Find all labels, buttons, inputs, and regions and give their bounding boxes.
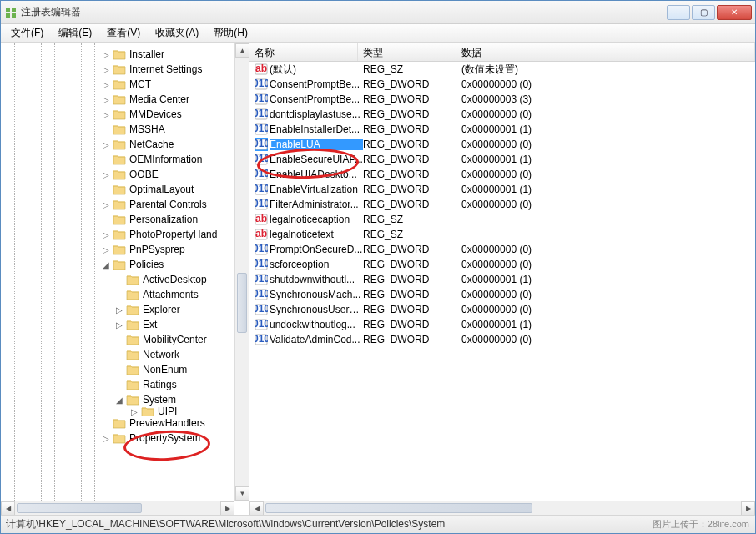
- expand-toggle-icon[interactable]: ▷: [101, 65, 111, 74]
- scroll-thumb[interactable]: [237, 273, 247, 333]
- list-row[interactable]: 010EnableLUAREG_DWORD0x00000000 (0): [249, 137, 755, 152]
- tree-vertical-scrollbar[interactable]: ▲ ▼: [234, 43, 249, 501]
- scroll-track[interactable]: [235, 58, 249, 486]
- expand-toggle-icon[interactable]: ▷: [101, 80, 111, 89]
- list-body[interactable]: ab(默认)REG_SZ(数值未设置)010ConsentPromptBe...…: [249, 62, 755, 515]
- scroll-right-button[interactable]: ▶: [741, 501, 755, 515]
- list-row[interactable]: 010EnableUIADeskto...REG_DWORD0x00000000…: [249, 167, 755, 182]
- expand-toggle-icon[interactable]: ▷: [101, 95, 111, 104]
- tree-item[interactable]: ▷Internet Settings: [101, 62, 249, 77]
- expand-toggle-icon[interactable]: ▷: [101, 230, 111, 239]
- tree-item[interactable]: Ratings: [101, 377, 249, 392]
- list-row[interactable]: 010ConsentPromptBe...REG_DWORD0x00000003…: [249, 92, 755, 107]
- expand-toggle-icon[interactable]: ▷: [101, 200, 111, 209]
- list-row[interactable]: 010EnableVirtualizationREG_DWORD0x000000…: [249, 182, 755, 197]
- menu-help[interactable]: 帮助(H): [207, 24, 255, 42]
- tree-item[interactable]: Attachments: [101, 287, 249, 302]
- titlebar[interactable]: 注册表编辑器 — ▢ ✕: [1, 1, 755, 24]
- scroll-track-h[interactable]: [264, 501, 741, 515]
- tree-item[interactable]: OptimalLayout: [101, 182, 249, 197]
- tree-horizontal-scrollbar[interactable]: ◀ ▶: [1, 501, 234, 515]
- tree-item[interactable]: NonEnum: [101, 362, 249, 377]
- value-data: 0x00000000 (0): [461, 139, 755, 150]
- scroll-down-button[interactable]: ▼: [235, 486, 249, 501]
- tree-item[interactable]: ▷UIPI: [101, 407, 249, 416]
- tree-item[interactable]: Network: [101, 347, 249, 362]
- tree-item[interactable]: ▷OOBE: [101, 167, 249, 182]
- tree-item[interactable]: ◢System: [101, 392, 249, 407]
- expand-toggle-icon[interactable]: ▷: [129, 407, 139, 416]
- tree-item[interactable]: PreviewHandlers: [101, 416, 249, 431]
- list-row[interactable]: 010EnableSecureUIAP...REG_DWORD0x0000000…: [249, 152, 755, 167]
- list-row[interactable]: 010FilterAdministrator...REG_DWORD0x0000…: [249, 197, 755, 212]
- tree-item[interactable]: ▷Ext: [101, 317, 249, 332]
- svg-rect-0: [6, 8, 10, 12]
- expand-toggle-icon[interactable]: ▷: [101, 110, 111, 119]
- scroll-right-button[interactable]: ▶: [220, 501, 234, 515]
- minimize-button[interactable]: —: [667, 5, 690, 20]
- list-row[interactable]: 010shutdownwithoutl...REG_DWORD0x0000000…: [249, 272, 755, 287]
- list-row[interactable]: 010dontdisplaylastuse...REG_DWORD0x00000…: [249, 107, 755, 122]
- expand-toggle-icon[interactable]: ▷: [114, 320, 124, 330]
- list-row[interactable]: 010ConsentPromptBe...REG_DWORD0x00000000…: [249, 77, 755, 92]
- tree-item[interactable]: ◢Policies: [101, 257, 249, 272]
- column-type[interactable]: 类型: [358, 43, 456, 61]
- column-name[interactable]: 名称: [249, 43, 358, 61]
- folder-icon: [113, 432, 126, 444]
- column-data[interactable]: 数据: [456, 43, 755, 61]
- tree-item[interactable]: Personalization: [101, 212, 249, 227]
- tree-item[interactable]: ▷Media Center: [101, 92, 249, 107]
- value-name: EnableLUA: [270, 139, 363, 150]
- tree-item[interactable]: ▷PropertySystem: [101, 431, 249, 446]
- tree-item[interactable]: MSSHA: [101, 122, 249, 137]
- scroll-thumb-h[interactable]: [17, 503, 142, 513]
- tree-item[interactable]: ▷MMDevices: [101, 107, 249, 122]
- tree-item[interactable]: ▷NetCache: [101, 137, 249, 152]
- list-row[interactable]: 010ValidateAdminCod...REG_DWORD0x0000000…: [249, 332, 755, 347]
- list-row[interactable]: ab(默认)REG_SZ(数值未设置): [249, 62, 755, 77]
- expand-toggle-icon[interactable]: ▷: [114, 305, 124, 315]
- list-row[interactable]: ablegalnoticetextREG_SZ: [249, 227, 755, 242]
- expand-toggle-icon[interactable]: ▷: [101, 50, 111, 59]
- list-row[interactable]: 010EnableInstallerDet...REG_DWORD0x00000…: [249, 122, 755, 137]
- list-row[interactable]: 010scforceoptionREG_DWORD0x00000000 (0): [249, 257, 755, 272]
- tree-scroll[interactable]: ▷Installer▷Internet Settings▷MCT▷Media C…: [1, 43, 249, 515]
- maximize-button[interactable]: ▢: [692, 5, 715, 20]
- expand-toggle-icon[interactable]: ◢: [101, 260, 111, 270]
- scroll-thumb-h[interactable]: [265, 503, 532, 513]
- binary-value-icon: 010: [255, 153, 268, 166]
- menu-view[interactable]: 查看(V): [100, 24, 147, 42]
- expand-toggle-icon[interactable]: ▷: [101, 434, 111, 443]
- expand-toggle-icon[interactable]: ◢: [114, 395, 124, 405]
- menu-file[interactable]: 文件(F): [4, 24, 50, 42]
- tree-item[interactable]: ▷Explorer: [101, 302, 249, 317]
- close-button[interactable]: ✕: [717, 5, 752, 20]
- menu-edit[interactable]: 编辑(E): [52, 24, 98, 42]
- tree-item[interactable]: ActiveDesktop: [101, 272, 249, 287]
- tree-item[interactable]: ▷Parental Controls: [101, 197, 249, 212]
- expand-toggle-icon[interactable]: ▷: [101, 140, 111, 149]
- menu-favorites[interactable]: 收藏夹(A): [149, 24, 205, 42]
- tree-item[interactable]: ▷PhotoPropertyHand: [101, 227, 249, 242]
- tree-item[interactable]: ▷PnPSysprep: [101, 242, 249, 257]
- scroll-left-button[interactable]: ◀: [249, 501, 264, 515]
- list-row[interactable]: 010SynchronousMach...REG_DWORD0x00000000…: [249, 287, 755, 302]
- binary-value-icon: 010: [255, 168, 268, 181]
- expand-toggle-icon[interactable]: ▷: [101, 245, 111, 254]
- tree-item[interactable]: ▷Installer: [101, 47, 249, 62]
- tree-item-label: PreviewHandlers: [128, 417, 207, 429]
- list-row[interactable]: 010SynchronousUserG...REG_DWORD0x0000000…: [249, 302, 755, 317]
- scroll-left-button[interactable]: ◀: [1, 501, 15, 515]
- menubar: 文件(F) 编辑(E) 查看(V) 收藏夹(A) 帮助(H): [1, 24, 755, 43]
- list-row[interactable]: 010PromptOnSecureD...REG_DWORD0x00000000…: [249, 242, 755, 257]
- tree-item[interactable]: ▷MCT: [101, 77, 249, 92]
- list-horizontal-scrollbar[interactable]: ◀ ▶: [249, 501, 755, 515]
- string-value-icon: ab: [255, 228, 268, 241]
- expand-toggle-icon[interactable]: ▷: [101, 170, 111, 179]
- list-row[interactable]: 010undockwithoutlog...REG_DWORD0x0000000…: [249, 317, 755, 332]
- scroll-track-h[interactable]: [15, 501, 220, 515]
- tree-item[interactable]: MobilityCenter: [101, 332, 249, 347]
- list-row[interactable]: ablegalnoticecaptionREG_SZ: [249, 212, 755, 227]
- scroll-up-button[interactable]: ▲: [235, 43, 249, 58]
- tree-item[interactable]: OEMInformation: [101, 152, 249, 167]
